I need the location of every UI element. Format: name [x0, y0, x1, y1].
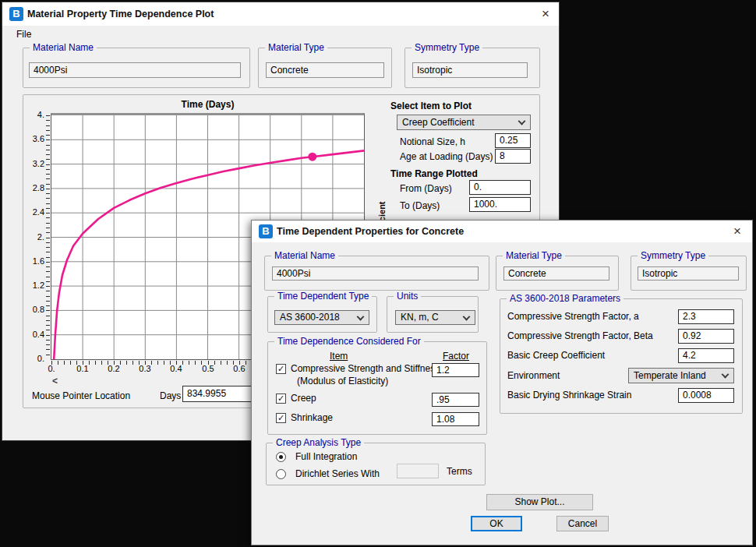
to-days-input[interactable]: 1000. — [469, 197, 531, 212]
item-header: Item — [330, 351, 348, 362]
check-icon: ✓ — [277, 393, 284, 403]
strength-factor-a-label: Compressive Strength Factor, a — [507, 309, 639, 324]
material-type-caption: Material Type — [503, 250, 565, 261]
chevron-down-icon — [722, 371, 730, 379]
select-item-label: Select Item to Plot — [390, 101, 472, 111]
cancel-button[interactable]: Cancel — [556, 516, 609, 531]
symmetry-type-caption: Symmetry Type — [638, 250, 708, 261]
creep-factor-input[interactable]: .95 — [432, 393, 479, 407]
material-type-value: Concrete — [503, 266, 609, 281]
mouse-pointer-label: Mouse Pointer Location — [32, 388, 130, 404]
strength-factor-a-input[interactable]: 2.3 — [678, 309, 734, 324]
x-tick-label: 0.1 — [70, 364, 95, 373]
considered-for-caption: Time Dependence Considered For — [274, 336, 424, 347]
scroll-left-icon[interactable]: < — [52, 376, 58, 386]
chevron-down-icon — [357, 312, 365, 320]
symmetry-type-value: Isotropic — [638, 266, 739, 281]
chevron-down-icon — [463, 312, 471, 320]
age-loading-label: Age at Loading (Days) — [400, 150, 493, 164]
dirichlet-series-radio[interactable] — [276, 469, 286, 479]
factor-header: Factor — [443, 351, 469, 362]
from-days-input[interactable]: 0. — [469, 180, 531, 195]
menu-file[interactable]: File — [13, 26, 34, 43]
x-tick-label: 0.4 — [164, 364, 189, 373]
curve-marker-point — [308, 153, 316, 161]
units-value: KN, m, C — [401, 312, 439, 323]
check-icon: ✓ — [277, 364, 284, 373]
creep-label: Creep — [291, 393, 316, 404]
y-tick-label: 2. — [15, 232, 44, 242]
shrinkage-label: Shrinkage — [291, 412, 333, 424]
basic-creep-coefficient-label: Basic Creep Coefficient — [507, 348, 605, 363]
age-loading-input[interactable]: 8 — [495, 149, 531, 164]
environment-label: Environment — [507, 368, 560, 383]
y-tick-label: 3.2 — [15, 159, 44, 168]
app-icon: B — [9, 7, 23, 21]
time-range-label: Time Range Plotted — [390, 168, 478, 179]
back-dialog-titlebar[interactable]: B Material Property Time Dependence Plot… — [2, 2, 559, 26]
back-dialog-title: Material Property Time Dependence Plot — [27, 2, 214, 26]
select-item-dropdown[interactable]: Creep Coefficient — [397, 115, 531, 130]
y-tick-label: 2.4 — [15, 207, 44, 217]
show-plot-button[interactable]: Show Plot... — [486, 494, 593, 510]
strength-factor-beta-input[interactable]: 0.92 — [678, 329, 734, 344]
time-dependent-type-value: AS 3600-2018 — [280, 312, 340, 323]
environment-value: Temperate Inland — [634, 370, 706, 381]
x-tick-label: 0.5 — [196, 364, 221, 373]
front-dialog-title: Time Dependent Properties for Concrete — [277, 221, 464, 242]
drying-shrinkage-label: Basic Drying Shrinkage Strain — [507, 388, 631, 403]
check-icon: ✓ — [277, 413, 284, 422]
shrinkage-factor-input[interactable]: 1.08 — [432, 412, 479, 426]
menu-bar: File — [2, 26, 559, 43]
y-tick-label: 1.2 — [15, 281, 44, 290]
close-icon[interactable]: × — [729, 223, 746, 240]
y-tick-label: 4. — [15, 110, 44, 119]
material-name-caption: Material Name — [271, 250, 338, 261]
full-integration-radio[interactable] — [276, 452, 286, 462]
time-dependent-type-caption: Time Dependent Type — [274, 291, 372, 302]
y-tick-label: 1.6 — [15, 256, 44, 266]
dirichlet-series-label: Dirichlet Series With — [295, 468, 380, 480]
material-type-value: Concrete — [266, 62, 384, 78]
front-dialog-titlebar[interactable]: B Time Dependent Properties for Concrete… — [252, 221, 752, 242]
select-item-value: Creep Coefficient — [402, 117, 475, 128]
y-tick-label: 2.8 — [15, 183, 44, 192]
symmetry-type-caption: Symmetry Type — [412, 42, 482, 53]
y-tick-label: 0.8 — [15, 305, 44, 314]
units-caption: Units — [394, 291, 421, 302]
environment-dropdown[interactable]: Temperate Inland — [628, 368, 734, 383]
notional-size-label: Notional Size, h — [400, 135, 465, 150]
mouse-units-label: Days — [160, 388, 181, 404]
as-parameters-caption: AS 3600-2018 Parameters — [507, 293, 624, 304]
shrinkage-checkbox[interactable]: ✓ — [276, 413, 286, 423]
full-integration-label: Full Integration — [295, 451, 357, 463]
time-dependent-type-dropdown[interactable]: AS 3600-2018 — [274, 310, 369, 325]
app-icon: B — [259, 224, 273, 238]
creep-checkbox[interactable]: ✓ — [276, 393, 286, 404]
material-type-caption: Material Type — [265, 42, 327, 53]
y-axis-ticks — [46, 115, 50, 359]
time-dependent-properties-dialog: B Time Dependent Properties for Concrete… — [251, 220, 753, 545]
material-name-value: 4000Psi — [29, 62, 241, 78]
compressive-strength-label: Compressive Strength and Stiffness — [291, 363, 440, 375]
x-tick-label: 0. — [39, 364, 64, 373]
compressive-strength-factor-input[interactable]: 1.2 — [432, 363, 479, 377]
y-tick-label: 0.4 — [15, 330, 44, 339]
drying-shrinkage-input[interactable]: 0.0008 — [678, 388, 734, 403]
creep-analysis-caption: Creep Analysis Type — [273, 437, 364, 448]
units-dropdown[interactable]: KN, m, C — [395, 310, 475, 325]
y-tick-label: 3.6 — [15, 134, 44, 143]
x-tick-label: 0.3 — [132, 364, 157, 373]
chart-title: Time (Days) — [51, 99, 365, 110]
basic-creep-coefficient-input[interactable]: 4.2 — [678, 348, 734, 363]
ok-button[interactable]: OK — [471, 516, 522, 531]
compressive-strength-label2: (Modulus of Elasticity) — [297, 376, 388, 387]
terms-label: Terms — [447, 466, 472, 478]
close-icon[interactable]: × — [537, 5, 554, 23]
x-tick-label: 0.2 — [101, 364, 126, 373]
x-tick-label: 0.6 — [227, 364, 252, 373]
from-days-label: From (Days) — [400, 182, 452, 196]
compressive-strength-checkbox[interactable]: ✓ — [276, 364, 286, 374]
notional-size-input[interactable]: 0.25 — [495, 133, 531, 148]
terms-input[interactable] — [397, 464, 439, 478]
